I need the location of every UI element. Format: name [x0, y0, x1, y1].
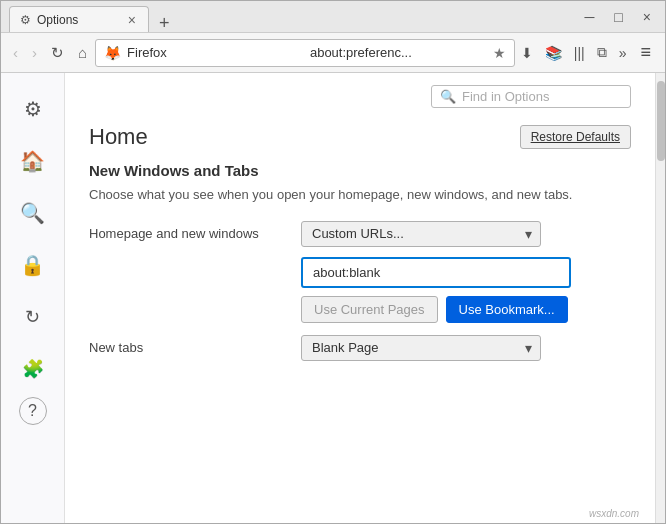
new-tabs-select-text: Blank Page: [312, 340, 525, 355]
homepage-select-arrow: ▾: [525, 226, 532, 242]
window-close-button[interactable]: ×: [637, 7, 657, 27]
minimize-button[interactable]: ─: [578, 7, 600, 27]
scrollbar[interactable]: [655, 73, 665, 523]
more-icon[interactable]: »: [615, 43, 631, 63]
find-input-wrap[interactable]: 🔍: [431, 85, 631, 108]
homepage-select[interactable]: Custom URLs... ▾: [301, 221, 541, 247]
firefox-icon: 🦊: [104, 45, 121, 61]
window-controls: ─ □ ×: [578, 7, 657, 27]
homepage-field-row: Homepage and new windows Custom URLs... …: [89, 221, 631, 247]
title-bar: ⚙ Options × + ─ □ ×: [1, 1, 665, 33]
sidebar-item-sync[interactable]: ↻: [9, 293, 57, 341]
history-icon[interactable]: |||: [570, 43, 589, 63]
downloads-icon[interactable]: ⬇: [517, 43, 537, 63]
bookmarks-icon[interactable]: 📚: [541, 43, 566, 63]
sidebar-item-extensions[interactable]: 🧩: [9, 345, 57, 393]
find-bar: 🔍: [89, 85, 631, 108]
new-tabs-select[interactable]: Blank Page ▾: [301, 335, 541, 361]
sidebar-item-home[interactable]: 🏠: [9, 137, 57, 185]
sidebar-item-search[interactable]: 🔍: [9, 189, 57, 237]
sidebar-item-settings[interactable]: ⚙: [9, 85, 57, 133]
sync-icon[interactable]: ⧉: [593, 42, 611, 63]
address-text: about:preferenc...: [310, 45, 487, 60]
nav-bar: ‹ › ↻ ⌂ 🦊 Firefox about:preferenc... ★ ⬇…: [1, 33, 665, 73]
browser-window: ⚙ Options × + ─ □ × ‹ › ↻ ⌂ 🦊 Firefox ab…: [0, 0, 666, 524]
home-button[interactable]: ⌂: [72, 40, 93, 65]
bookmark-star-icon[interactable]: ★: [493, 45, 506, 61]
watermark: wsxdn.com: [589, 508, 639, 519]
tab-close-btn[interactable]: ×: [126, 12, 138, 28]
content-area: 🔍 Home Restore Defaults New Windows and …: [65, 73, 655, 523]
tab-title: Options: [37, 13, 120, 27]
new-tabs-select-arrow: ▾: [525, 340, 532, 356]
action-row: Use Current Pages Use Bookmark...: [301, 296, 631, 323]
subsection-description: Choose what you see when you open your h…: [89, 185, 631, 205]
page-title: Home: [89, 124, 148, 150]
sidebar: ⚙ 🏠 🔍 🔒 ↻ 🧩 ?: [1, 73, 65, 523]
reload-button[interactable]: ↻: [45, 40, 70, 66]
address-bar[interactable]: 🦊 Firefox about:preferenc... ★: [95, 39, 515, 67]
new-tabs-label: New tabs: [89, 340, 289, 355]
find-search-icon: 🔍: [440, 89, 456, 104]
restore-defaults-button[interactable]: Restore Defaults: [520, 125, 631, 149]
homepage-label: Homepage and new windows: [89, 226, 289, 241]
section-header: Home Restore Defaults: [89, 124, 631, 150]
browser-tab[interactable]: ⚙ Options ×: [9, 6, 149, 32]
nav-icons: ⬇ 📚 ||| ⧉ »: [517, 42, 631, 63]
sidebar-item-help[interactable]: ?: [19, 397, 47, 425]
tab-settings-icon: ⚙: [20, 13, 31, 27]
browser-content: ⚙ 🏠 🔍 🔒 ↻ 🧩 ? 🔍 Home Restore Defaults: [1, 73, 665, 523]
back-button[interactable]: ‹: [7, 40, 24, 65]
scroll-thumb[interactable]: [657, 81, 665, 161]
hamburger-menu-button[interactable]: ≡: [632, 38, 659, 67]
use-bookmark-button[interactable]: Use Bookmark...: [446, 296, 568, 323]
url-input[interactable]: [301, 257, 571, 288]
address-label: Firefox: [127, 45, 304, 60]
subsection-title: New Windows and Tabs: [89, 162, 631, 179]
maximize-button[interactable]: □: [608, 7, 628, 27]
tab-bar: ⚙ Options × +: [9, 1, 578, 32]
use-current-pages-button[interactable]: Use Current Pages: [301, 296, 438, 323]
homepage-select-text: Custom URLs...: [312, 226, 525, 241]
forward-button[interactable]: ›: [26, 40, 43, 65]
sidebar-item-privacy[interactable]: 🔒: [9, 241, 57, 289]
new-tab-button[interactable]: +: [153, 14, 176, 32]
new-tabs-row: New tabs Blank Page ▾: [89, 335, 631, 361]
find-options-input[interactable]: [462, 89, 630, 104]
